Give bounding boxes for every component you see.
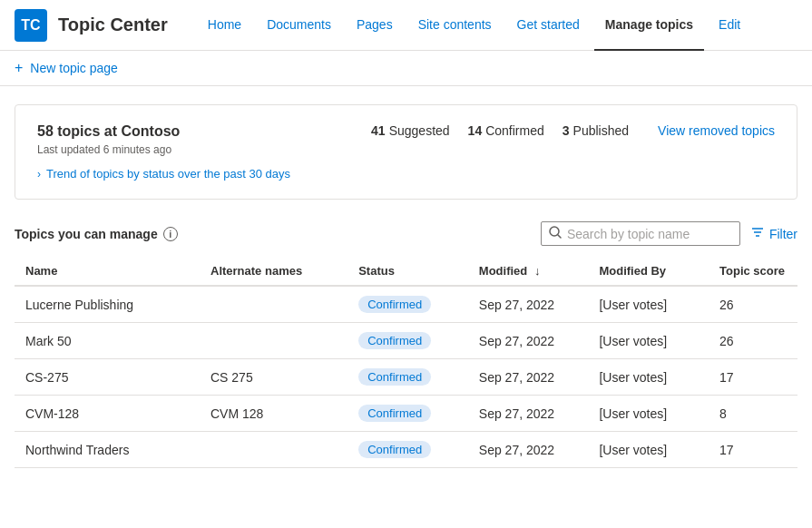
col-header-status: Status <box>347 257 468 286</box>
confirmed-label: Confirmed <box>485 123 544 138</box>
cell-alt-names: CVM 128 <box>200 396 347 432</box>
filter-label: Filter <box>769 227 797 241</box>
cell-alt-names: CS 275 <box>200 359 347 396</box>
published-number: 3 <box>563 123 570 138</box>
cell-status: Confirmed <box>347 286 468 323</box>
cell-modified: Sep 27, 2022 <box>468 323 589 359</box>
table-row[interactable]: Northwind Traders Confirmed Sep 27, 2022… <box>15 432 797 468</box>
suggested-count: 41 Suggested <box>371 123 450 138</box>
view-removed-link[interactable]: View removed topics <box>658 123 775 138</box>
stats-title: 58 topics at Contoso <box>37 123 290 140</box>
cell-name: CS-275 <box>15 359 200 396</box>
cell-status: Confirmed <box>347 323 468 359</box>
search-box[interactable]: Search by topic name <box>541 221 740 246</box>
confirmed-number: 14 <box>468 123 483 138</box>
cell-status: Confirmed <box>347 396 468 432</box>
table-row[interactable]: CS-275 CS 275 Confirmed Sep 27, 2022 [Us… <box>15 359 797 396</box>
stats-left: 58 topics at Contoso Last updated 6 minu… <box>37 123 290 181</box>
col-header-modified[interactable]: Modified ↓ <box>468 257 589 286</box>
cell-name: CVM-128 <box>15 396 200 432</box>
cell-alt-names <box>200 432 347 468</box>
nav-site-contents[interactable]: Site contents <box>407 0 503 51</box>
site-title: Topic Center <box>58 15 168 35</box>
suggested-number: 41 <box>371 123 386 138</box>
stats-counts: 41 Suggested 14 Confirmed 3 Published <box>371 123 629 138</box>
topics-header: Topics you can manage i Search by topic … <box>15 218 797 246</box>
cell-score: 17 <box>709 432 797 468</box>
cell-modified: Sep 27, 2022 <box>468 432 589 468</box>
col-header-alt-names: Alternate names <box>200 257 347 286</box>
col-header-name: Name <box>15 257 200 286</box>
info-icon[interactable]: i <box>163 227 178 241</box>
suggested-label: Suggested <box>389 123 450 138</box>
stats-updated: Last updated 6 minutes ago <box>37 143 290 156</box>
new-topic-button[interactable]: New topic page <box>30 61 118 75</box>
cell-modified-by: [User votes] <box>588 323 709 359</box>
table-row[interactable]: Lucerne Publishing Confirmed Sep 27, 202… <box>15 286 797 323</box>
topics-section-title: Topics you can manage <box>15 227 158 241</box>
cell-score: 17 <box>709 359 797 396</box>
svg-line-1 <box>558 235 561 238</box>
published-label: Published <box>573 123 630 138</box>
status-badge: Confirmed <box>358 368 431 386</box>
status-badge: Confirmed <box>358 441 431 458</box>
confirmed-count: 14 Confirmed <box>468 123 544 138</box>
nav-pages[interactable]: Pages <box>346 0 404 51</box>
nav-get-started[interactable]: Get started <box>506 0 591 51</box>
stats-card: 58 topics at Contoso Last updated 6 minu… <box>15 104 797 200</box>
col-header-score: Topic score <box>709 257 797 286</box>
cell-name: Lucerne Publishing <box>15 286 200 323</box>
filter-button[interactable]: Filter <box>751 226 797 241</box>
new-topic-bar: + New topic page <box>0 51 812 86</box>
topics-controls: Search by topic name Filter <box>541 221 797 246</box>
nav-manage-topics[interactable]: Manage topics <box>594 0 704 51</box>
trend-label: Trend of topics by status over the past … <box>46 167 290 181</box>
cell-alt-names <box>200 286 347 323</box>
cell-status: Confirmed <box>347 359 468 396</box>
site-header: TC Topic Center Home Documents Pages Sit… <box>0 0 812 51</box>
status-badge: Confirmed <box>358 332 431 349</box>
trend-toggle[interactable]: › Trend of topics by status over the pas… <box>37 167 290 181</box>
cell-modified: Sep 27, 2022 <box>468 359 589 396</box>
topics-title-area: Topics you can manage i <box>15 227 178 241</box>
nav-home[interactable]: Home <box>197 0 252 51</box>
cell-modified: Sep 27, 2022 <box>468 396 589 432</box>
chevron-right-icon: › <box>37 168 41 181</box>
status-badge: Confirmed <box>358 296 431 313</box>
col-header-modified-by: Modified By <box>588 257 709 286</box>
cell-modified-by: [User votes] <box>588 286 709 323</box>
cell-modified: Sep 27, 2022 <box>468 286 589 323</box>
cell-alt-names <box>200 323 347 359</box>
topics-table: Name Alternate names Status Modified ↓ M… <box>15 257 797 468</box>
cell-name: Northwind Traders <box>15 432 200 468</box>
site-logo: TC <box>15 9 47 42</box>
search-placeholder-text: Search by topic name <box>567 227 690 241</box>
stats-right: 41 Suggested 14 Confirmed 3 Published Vi… <box>371 123 775 138</box>
cell-score: 26 <box>709 323 797 359</box>
filter-icon <box>751 226 764 241</box>
nav-edit[interactable]: Edit <box>708 0 751 51</box>
published-count: 3 Published <box>563 123 629 138</box>
table-row[interactable]: CVM-128 CVM 128 Confirmed Sep 27, 2022 [… <box>15 396 797 432</box>
cell-score: 8 <box>709 396 797 432</box>
cell-modified-by: [User votes] <box>588 432 709 468</box>
search-icon <box>549 226 562 241</box>
nav-documents[interactable]: Documents <box>256 0 342 51</box>
cell-modified-by: [User votes] <box>588 396 709 432</box>
main-nav: Home Documents Pages Site contents Get s… <box>197 0 751 51</box>
topics-section: Topics you can manage i Search by topic … <box>0 218 812 468</box>
cell-status: Confirmed <box>347 432 468 468</box>
cell-modified-by: [User votes] <box>588 359 709 396</box>
cell-name: Mark 50 <box>15 323 200 359</box>
plus-icon: + <box>15 60 23 76</box>
cell-score: 26 <box>709 286 797 323</box>
table-row[interactable]: Mark 50 Confirmed Sep 27, 2022 [User vot… <box>15 323 797 359</box>
sort-icon: ↓ <box>534 264 541 278</box>
status-badge: Confirmed <box>358 405 431 422</box>
